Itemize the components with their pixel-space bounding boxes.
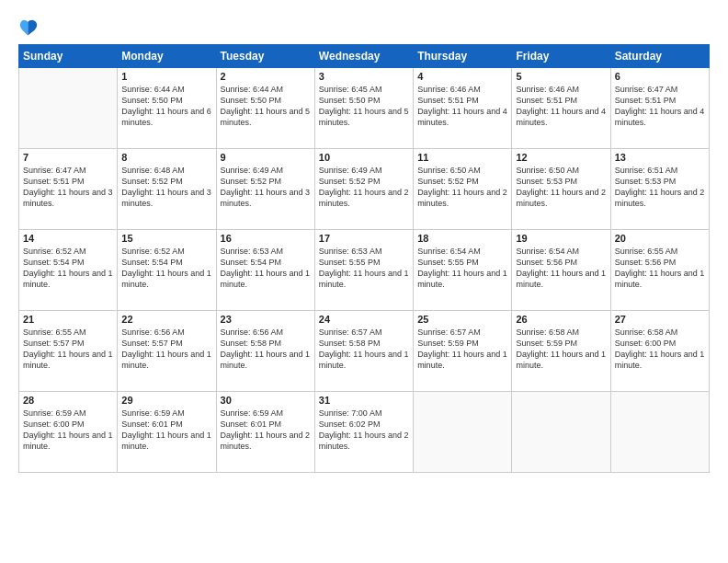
day-info: Sunrise: 6:46 AMSunset: 5:51 PMDaylight:… (516, 84, 606, 129)
weekday-header: Wednesday (314, 45, 413, 68)
day-number: 30 (221, 395, 311, 406)
day-info: Sunrise: 6:44 AMSunset: 5:50 PMDaylight:… (221, 84, 311, 129)
day-info: Sunrise: 6:56 AMSunset: 5:57 PMDaylight:… (121, 327, 211, 372)
day-info: Sunrise: 6:45 AMSunset: 5:50 PMDaylight:… (319, 84, 409, 129)
day-number: 5 (516, 71, 606, 82)
day-info: Sunrise: 6:55 AMSunset: 5:56 PMDaylight:… (615, 246, 705, 291)
calendar-cell: 7Sunrise: 6:47 AMSunset: 5:51 PMDaylight… (19, 149, 118, 230)
calendar-cell: 6Sunrise: 6:47 AMSunset: 5:51 PMDaylight… (610, 68, 709, 149)
day-number: 3 (319, 71, 409, 82)
day-number: 7 (23, 152, 113, 163)
calendar-cell: 29Sunrise: 6:59 AMSunset: 6:01 PMDayligh… (118, 392, 216, 473)
calendar-cell: 5Sunrise: 6:46 AMSunset: 5:51 PMDaylight… (512, 68, 610, 149)
day-info: Sunrise: 6:55 AMSunset: 5:57 PMDaylight:… (23, 327, 113, 372)
day-number: 13 (615, 152, 705, 163)
day-number: 16 (221, 233, 311, 244)
day-number: 4 (417, 71, 507, 82)
day-info: Sunrise: 7:00 AMSunset: 6:02 PMDaylight:… (319, 408, 409, 453)
calendar-cell (414, 392, 512, 473)
day-info: Sunrise: 6:46 AMSunset: 5:51 PMDaylight:… (417, 84, 507, 129)
day-info: Sunrise: 6:52 AMSunset: 5:54 PMDaylight:… (121, 246, 211, 291)
calendar-cell: 9Sunrise: 6:49 AMSunset: 5:52 PMDaylight… (216, 149, 314, 230)
day-info: Sunrise: 6:51 AMSunset: 5:53 PMDaylight:… (615, 165, 705, 210)
day-number: 9 (221, 152, 311, 163)
day-info: Sunrise: 6:59 AMSunset: 6:01 PMDaylight:… (121, 408, 211, 453)
day-info: Sunrise: 6:53 AMSunset: 5:55 PMDaylight:… (319, 246, 409, 291)
calendar-cell: 11Sunrise: 6:50 AMSunset: 5:52 PMDayligh… (414, 149, 512, 230)
weekday-header-row: SundayMondayTuesdayWednesdayThursdayFrid… (19, 45, 710, 68)
day-number: 19 (516, 233, 606, 244)
calendar-cell: 3Sunrise: 6:45 AMSunset: 5:50 PMDaylight… (314, 68, 413, 149)
day-number: 2 (221, 71, 311, 82)
day-info: Sunrise: 6:47 AMSunset: 5:51 PMDaylight:… (615, 84, 705, 129)
day-info: Sunrise: 6:47 AMSunset: 5:51 PMDaylight:… (23, 165, 113, 210)
day-info: Sunrise: 6:48 AMSunset: 5:52 PMDaylight:… (121, 165, 211, 210)
calendar-cell: 23Sunrise: 6:56 AMSunset: 5:58 PMDayligh… (216, 311, 314, 392)
day-number: 29 (121, 395, 211, 406)
logo (18, 17, 42, 37)
day-info: Sunrise: 6:52 AMSunset: 5:54 PMDaylight:… (23, 246, 113, 291)
day-number: 26 (516, 314, 606, 325)
weekday-header: Monday (118, 45, 216, 68)
calendar-cell: 8Sunrise: 6:48 AMSunset: 5:52 PMDaylight… (118, 149, 216, 230)
calendar-cell: 16Sunrise: 6:53 AMSunset: 5:54 PMDayligh… (216, 230, 314, 311)
day-number: 1 (121, 71, 211, 82)
day-number: 14 (23, 233, 113, 244)
weekday-header: Thursday (414, 45, 512, 68)
calendar-week-row: 7Sunrise: 6:47 AMSunset: 5:51 PMDaylight… (19, 149, 710, 230)
day-number: 17 (319, 233, 409, 244)
day-number: 15 (121, 233, 211, 244)
calendar-cell: 12Sunrise: 6:50 AMSunset: 5:53 PMDayligh… (512, 149, 610, 230)
day-info: Sunrise: 6:58 AMSunset: 5:59 PMDaylight:… (516, 327, 606, 372)
calendar-cell: 2Sunrise: 6:44 AMSunset: 5:50 PMDaylight… (216, 68, 314, 149)
day-info: Sunrise: 6:50 AMSunset: 5:53 PMDaylight:… (516, 165, 606, 210)
day-number: 20 (615, 233, 705, 244)
calendar-cell: 20Sunrise: 6:55 AMSunset: 5:56 PMDayligh… (610, 230, 709, 311)
day-number: 6 (615, 71, 705, 82)
calendar-cell: 18Sunrise: 6:54 AMSunset: 5:55 PMDayligh… (414, 230, 512, 311)
day-number: 25 (417, 314, 507, 325)
logo-icon (18, 17, 39, 37)
day-info: Sunrise: 6:54 AMSunset: 5:56 PMDaylight:… (516, 246, 606, 291)
calendar-week-row: 1Sunrise: 6:44 AMSunset: 5:50 PMDaylight… (19, 68, 710, 149)
day-info: Sunrise: 6:50 AMSunset: 5:52 PMDaylight:… (417, 165, 507, 210)
calendar-cell: 13Sunrise: 6:51 AMSunset: 5:53 PMDayligh… (610, 149, 709, 230)
calendar-cell: 22Sunrise: 6:56 AMSunset: 5:57 PMDayligh… (118, 311, 216, 392)
day-info: Sunrise: 6:49 AMSunset: 5:52 PMDaylight:… (319, 165, 409, 210)
calendar-week-row: 21Sunrise: 6:55 AMSunset: 5:57 PMDayligh… (19, 311, 710, 392)
calendar-week-row: 14Sunrise: 6:52 AMSunset: 5:54 PMDayligh… (19, 230, 710, 311)
weekday-header: Friday (512, 45, 610, 68)
day-info: Sunrise: 6:58 AMSunset: 6:00 PMDaylight:… (615, 327, 705, 372)
day-info: Sunrise: 6:59 AMSunset: 6:01 PMDaylight:… (221, 408, 311, 453)
calendar-cell: 14Sunrise: 6:52 AMSunset: 5:54 PMDayligh… (19, 230, 118, 311)
calendar-cell: 1Sunrise: 6:44 AMSunset: 5:50 PMDaylight… (118, 68, 216, 149)
calendar-cell: 21Sunrise: 6:55 AMSunset: 5:57 PMDayligh… (19, 311, 118, 392)
day-info: Sunrise: 6:53 AMSunset: 5:54 PMDaylight:… (221, 246, 311, 291)
calendar-cell (19, 68, 118, 149)
day-info: Sunrise: 6:57 AMSunset: 5:58 PMDaylight:… (319, 327, 409, 372)
calendar-cell: 28Sunrise: 6:59 AMSunset: 6:00 PMDayligh… (19, 392, 118, 473)
day-number: 28 (23, 395, 113, 406)
weekday-header: Saturday (610, 45, 709, 68)
calendar-cell: 24Sunrise: 6:57 AMSunset: 5:58 PMDayligh… (314, 311, 413, 392)
calendar-cell: 10Sunrise: 6:49 AMSunset: 5:52 PMDayligh… (314, 149, 413, 230)
calendar-cell: 31Sunrise: 7:00 AMSunset: 6:02 PMDayligh… (314, 392, 413, 473)
calendar-table: SundayMondayTuesdayWednesdayThursdayFrid… (18, 44, 710, 473)
weekday-header: Tuesday (216, 45, 314, 68)
header (18, 17, 710, 37)
weekday-header: Sunday (19, 45, 118, 68)
page: SundayMondayTuesdayWednesdayThursdayFrid… (0, 0, 728, 563)
calendar-cell: 26Sunrise: 6:58 AMSunset: 5:59 PMDayligh… (512, 311, 610, 392)
day-info: Sunrise: 6:44 AMSunset: 5:50 PMDaylight:… (121, 84, 211, 129)
day-info: Sunrise: 6:49 AMSunset: 5:52 PMDaylight:… (221, 165, 311, 210)
calendar-cell: 19Sunrise: 6:54 AMSunset: 5:56 PMDayligh… (512, 230, 610, 311)
calendar-cell: 17Sunrise: 6:53 AMSunset: 5:55 PMDayligh… (314, 230, 413, 311)
day-number: 23 (221, 314, 311, 325)
day-info: Sunrise: 6:57 AMSunset: 5:59 PMDaylight:… (417, 327, 507, 372)
day-info: Sunrise: 6:59 AMSunset: 6:00 PMDaylight:… (23, 408, 113, 453)
day-number: 18 (417, 233, 507, 244)
calendar-cell: 25Sunrise: 6:57 AMSunset: 5:59 PMDayligh… (414, 311, 512, 392)
day-info: Sunrise: 6:54 AMSunset: 5:55 PMDaylight:… (417, 246, 507, 291)
day-number: 31 (319, 395, 409, 406)
day-number: 10 (319, 152, 409, 163)
